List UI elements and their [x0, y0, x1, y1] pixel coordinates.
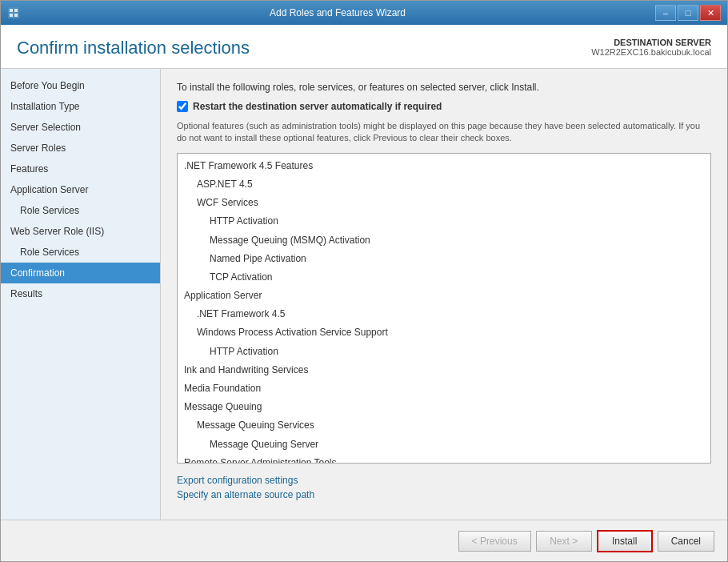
- previous-button[interactable]: < Previous: [458, 531, 531, 552]
- list-item: Remote Server Administration Tools: [178, 454, 710, 463]
- content-area: Confirm installation selections DESTINAT…: [1, 25, 727, 561]
- destination-server-info: DESTINATION SERVER W12R2EXC16.bakicubuk.…: [591, 38, 711, 57]
- alternate-source-link[interactable]: Specify an alternate source path: [177, 489, 711, 500]
- cancel-button[interactable]: Cancel: [658, 531, 714, 552]
- svg-rect-3: [10, 14, 13, 17]
- list-item: Message Queuing: [178, 398, 710, 416]
- panel-content: To install the following roles, role ser…: [161, 69, 727, 520]
- minimize-button[interactable]: –: [655, 5, 676, 21]
- list-item: Media Foundation: [178, 379, 710, 398]
- app-icon: [7, 6, 20, 19]
- main-body: Before You Begin Installation Type Serve…: [1, 69, 727, 520]
- list-item: .NET Framework 4.5: [178, 305, 710, 323]
- destination-server-label: DESTINATION SERVER: [591, 38, 711, 47]
- list-item: Message Queuing Services: [178, 416, 710, 435]
- close-button[interactable]: ✕: [700, 5, 721, 21]
- list-item: Ink and Handwriting Services: [178, 361, 710, 379]
- sidebar-item-features[interactable]: Features: [1, 159, 160, 179]
- sidebar-item-role-services-2[interactable]: Role Services: [1, 242, 160, 263]
- list-item: TCP Activation: [178, 268, 710, 287]
- sidebar-item-installation-type[interactable]: Installation Type: [1, 96, 160, 117]
- list-item: Message Queuing Server: [178, 436, 710, 454]
- install-button[interactable]: Install: [597, 530, 653, 552]
- sidebar-item-role-services-1[interactable]: Role Services: [1, 200, 160, 221]
- window-controls: – □ ✕: [655, 5, 721, 21]
- sidebar-item-server-roles[interactable]: Server Roles: [1, 138, 160, 159]
- list-item: WCF Services: [178, 194, 710, 212]
- export-config-link[interactable]: Export configuration settings: [177, 475, 711, 486]
- list-item: HTTP Activation: [178, 343, 710, 361]
- list-item: ASP.NET 4.5: [178, 175, 710, 194]
- features-list[interactable]: .NET Framework 4.5 FeaturesASP.NET 4.5WC…: [178, 154, 710, 463]
- list-item: Application Server: [178, 287, 710, 305]
- sidebar-item-before-you-begin[interactable]: Before You Begin: [1, 75, 160, 96]
- svg-rect-4: [14, 14, 18, 17]
- title-bar: Add Roles and Features Wizard – □ ✕: [1, 1, 727, 25]
- list-item: Message Queuing (MSMQ) Activation: [178, 231, 710, 250]
- sidebar-item-results[interactable]: Results: [1, 283, 160, 304]
- list-item: .NET Framework 4.5 Features: [178, 157, 710, 175]
- sidebar-item-confirmation[interactable]: Confirmation: [1, 263, 160, 283]
- footer: < Previous Next > Install Cancel: [1, 520, 727, 561]
- right-panel: To install the following roles, role ser…: [161, 69, 727, 520]
- svg-rect-1: [10, 9, 13, 12]
- sidebar: Before You Begin Installation Type Serve…: [1, 69, 161, 520]
- restart-checkbox[interactable]: [177, 101, 188, 112]
- maximize-button[interactable]: □: [678, 5, 698, 21]
- instruction-text: To install the following roles, role ser…: [177, 82, 711, 93]
- list-item: HTTP Activation: [178, 212, 710, 231]
- list-item: Named Pipe Activation: [178, 250, 710, 268]
- page-title: Confirm installation selections: [17, 38, 250, 58]
- features-list-container: .NET Framework 4.5 FeaturesASP.NET 4.5WC…: [177, 153, 711, 464]
- restart-checkbox-label[interactable]: Restart the destination server automatic…: [193, 101, 442, 112]
- optional-text: Optional features (such as administratio…: [177, 120, 711, 145]
- svg-rect-2: [14, 9, 18, 12]
- window-title: Add Roles and Features Wizard: [20, 7, 655, 18]
- next-button[interactable]: Next >: [536, 531, 592, 552]
- list-item: Windows Process Activation Service Suppo…: [178, 323, 710, 342]
- sidebar-item-server-selection[interactable]: Server Selection: [1, 117, 160, 138]
- destination-server-name: W12R2EXC16.bakicubuk.local: [591, 47, 711, 57]
- links-area: Export configuration settings Specify an…: [177, 472, 711, 507]
- sidebar-item-application-server[interactable]: Application Server: [1, 179, 160, 200]
- header: Confirm installation selections DESTINAT…: [1, 25, 727, 69]
- main-window: Add Roles and Features Wizard – □ ✕ Conf…: [0, 0, 728, 562]
- restart-checkbox-row: Restart the destination server automatic…: [177, 101, 711, 112]
- sidebar-item-web-server-role[interactable]: Web Server Role (IIS): [1, 221, 160, 242]
